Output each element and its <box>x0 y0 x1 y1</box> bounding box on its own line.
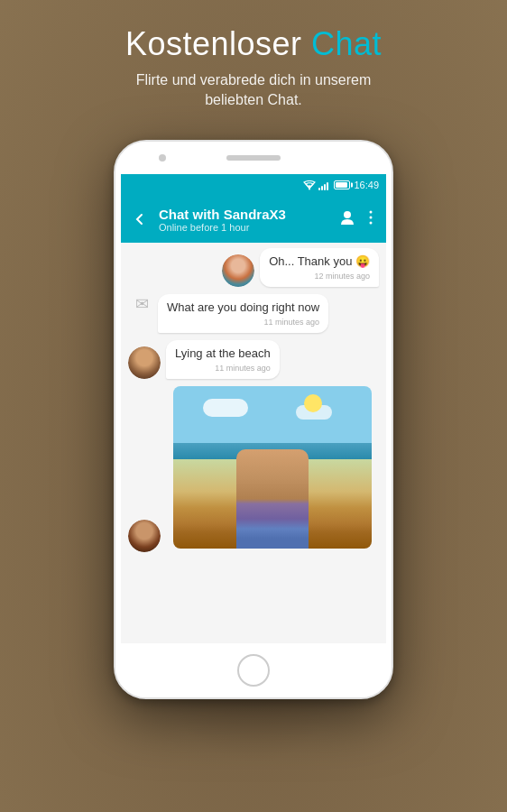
message-bubble-outgoing: What are you doing right now 11 minutes … <box>158 294 328 333</box>
svg-point-3 <box>370 217 373 219</box>
subtext-line2: beliebten Chat. <box>205 92 302 107</box>
headline-part2: Chat <box>311 25 382 62</box>
avatar-image <box>128 520 161 552</box>
table-row: Oh... Thank you 😛 12 minutes ago <box>128 248 379 287</box>
phone-speaker <box>226 155 281 161</box>
legs-decoration <box>236 449 309 549</box>
table-row: Lying at the beach 11 minutes ago <box>128 340 379 379</box>
battery-fill <box>336 182 347 188</box>
photo-message[interactable] <box>173 386 372 549</box>
signal-bars <box>318 180 328 190</box>
avatar <box>128 520 161 552</box>
message-time: 11 minutes ago <box>175 364 271 373</box>
avatar <box>128 346 161 379</box>
app-bar: Chat with SandraX3 Online before 1 hour <box>121 196 386 243</box>
phone-top-bar <box>115 142 392 174</box>
avatar <box>222 254 254 287</box>
message-text: Oh... Thank you 😛 <box>269 254 370 270</box>
chat-title: Chat with SandraX3 <box>159 207 332 222</box>
phone-screen: 16:49 Chat with SandraX3 Online before 1… <box>121 174 386 643</box>
chat-subtitle: Online before 1 hour <box>159 222 332 233</box>
message-bubble-received: Lying at the beach 11 minutes ago <box>166 340 280 379</box>
status-icons <box>303 180 328 190</box>
avatar-image <box>222 254 254 287</box>
back-button[interactable] <box>128 208 152 231</box>
volume-down-button <box>114 272 115 313</box>
battery-icon <box>334 180 350 189</box>
message-time: 11 minutes ago <box>167 318 319 327</box>
svg-point-2 <box>370 211 373 214</box>
back-arrow-icon <box>132 211 148 227</box>
table-row: ✉ What are you doing right now 11 minute… <box>128 291 379 337</box>
wifi-icon <box>303 180 316 190</box>
photo-message-container <box>166 383 379 552</box>
headline-part1: Kostenloser <box>125 25 311 62</box>
message-text: Lying at the beach <box>175 346 271 362</box>
headline: Kostenloser Chat <box>0 25 507 63</box>
chat-area: Oh... Thank you 😛 12 minutes ago ✉ What … <box>121 243 386 558</box>
message-time: 12 minutes ago <box>269 272 370 281</box>
app-bar-info: Chat with SandraX3 Online before 1 hour <box>159 207 332 233</box>
svg-point-1 <box>344 211 351 218</box>
power-button <box>392 250 393 295</box>
svg-point-4 <box>370 222 373 225</box>
volume-up-button <box>114 232 115 259</box>
silent-button <box>114 322 115 363</box>
cloud-decoration <box>203 399 248 417</box>
more-options-icon[interactable] <box>363 209 379 229</box>
profile-icon[interactable] <box>339 209 355 229</box>
table-row <box>128 383 379 552</box>
status-bar: 16:49 <box>121 174 386 196</box>
sun-decoration <box>304 394 322 412</box>
subtext-line1: Flirte und verabrede dich in unserem <box>136 72 372 88</box>
phone-bottom-bar <box>115 643 392 697</box>
phone-camera <box>159 154 166 161</box>
avatar-image <box>128 346 161 379</box>
status-time: 16:49 <box>354 180 379 190</box>
phone-body: 16:49 Chat with SandraX3 Online before 1… <box>114 140 393 699</box>
message-text: What are you doing right now <box>167 300 319 316</box>
phone-mockup: 16:49 Chat with SandraX3 Online before 1… <box>114 140 393 699</box>
home-button[interactable] <box>237 654 270 687</box>
svg-point-0 <box>309 188 310 189</box>
envelope-icon: ✉ <box>135 294 149 314</box>
message-bubble-received: Oh... Thank you 😛 12 minutes ago <box>260 248 379 287</box>
person-icon <box>339 209 355 226</box>
top-section: Kostenloser Chat Flirte und verabrede di… <box>0 25 507 111</box>
app-bar-actions <box>339 209 379 229</box>
subheadline: Flirte und verabrede dich in unserem bel… <box>0 70 507 111</box>
dots-icon <box>363 209 379 226</box>
